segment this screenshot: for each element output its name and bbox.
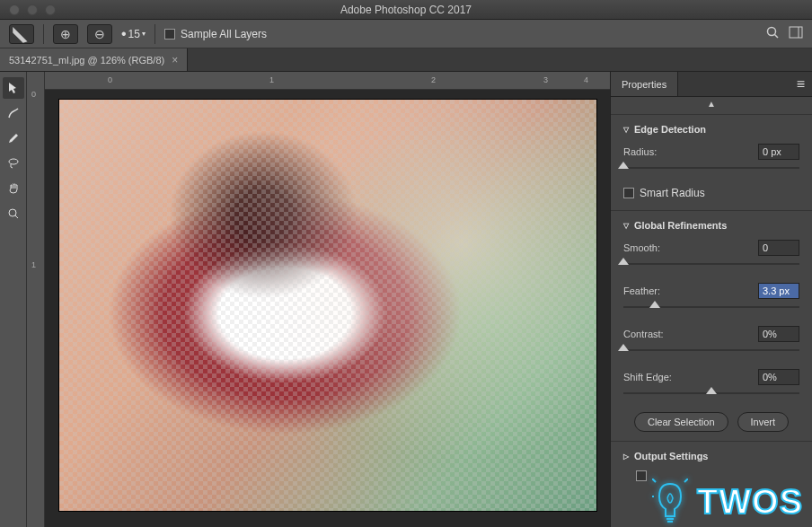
global-refinements-header[interactable]: ▽ Global Refinements — [623, 220, 799, 231]
smart-radius-checkbox[interactable]: Smart Radius — [623, 187, 799, 199]
ruler-tick: 4 — [584, 75, 588, 84]
contrast-slider[interactable] — [623, 346, 799, 358]
hand-tool[interactable] — [3, 178, 24, 199]
output-settings-header[interactable]: ▷ Output Settings — [623, 451, 799, 461]
smart-radius-input[interactable] — [623, 188, 634, 198]
brush-size-value: 15 — [128, 28, 140, 40]
slider-thumb[interactable] — [618, 162, 629, 169]
refine-edge-brush-tool[interactable] — [3, 102, 24, 124]
add-to-selection-button[interactable]: ⊕ — [53, 24, 78, 44]
ruler-horizontal[interactable]: 0 1 2 3 4 — [45, 72, 610, 90]
lightbulb-icon — [652, 479, 688, 525]
svg-line-1 — [775, 34, 779, 38]
chevron-down-icon: ▽ — [623, 126, 629, 134]
invert-button[interactable]: Invert — [737, 412, 790, 432]
slider-thumb[interactable] — [618, 258, 629, 265]
refinement-buttons: Clear Selection Invert — [623, 412, 799, 432]
transparency-overlay — [59, 100, 596, 511]
properties-panel: Properties ≡ ▲ ▽ Edge Detection Radius: … — [610, 72, 812, 527]
sample-all-layers-input[interactable] — [164, 29, 175, 40]
radius-label: Radius: — [623, 146, 657, 157]
output-settings-section: ▷ Output Settings — [611, 441, 812, 481]
output-option-input[interactable] — [636, 470, 647, 481]
contrast-row: Contrast: — [623, 326, 799, 342]
feather-row: Feather: — [623, 283, 799, 299]
document-image — [58, 99, 597, 512]
ruler-tick: 0 — [31, 90, 36, 99]
shift-edge-label: Shift Edge: — [623, 372, 672, 382]
lasso-tool[interactable] — [3, 153, 24, 174]
smooth-input[interactable] — [758, 240, 799, 256]
panel-collapse-up-icon[interactable]: ▲ — [611, 97, 812, 114]
slider-track — [623, 349, 799, 351]
app-title: Adobe Photoshop CC 2017 — [0, 4, 812, 16]
contrast-label: Contrast: — [623, 329, 664, 339]
svg-point-4 — [9, 159, 18, 164]
close-tab-icon[interactable]: × — [172, 54, 178, 66]
svg-line-7 — [652, 479, 656, 482]
watermark-text: TWOS — [697, 483, 803, 522]
chevron-right-icon: ▷ — [623, 452, 629, 461]
image-content[interactable] — [45, 90, 610, 527]
ruler-tick: 3 — [543, 75, 548, 84]
shift-edge-slider[interactable] — [623, 389, 799, 401]
watermark: TWOS — [652, 479, 803, 525]
svg-point-5 — [9, 209, 16, 216]
section-title: Global Refinements — [634, 220, 727, 231]
clear-selection-button[interactable]: Clear Selection — [634, 412, 728, 432]
feather-slider[interactable] — [623, 303, 799, 315]
svg-point-0 — [768, 27, 776, 35]
panel-menu-icon[interactable]: ≡ — [790, 76, 812, 92]
document-tab-label: 53142751_ml.jpg @ 126% (RGB/8) — [9, 55, 164, 66]
edge-detection-section: ▽ Edge Detection Radius: Smart Radius — [611, 114, 812, 210]
section-title: Output Settings — [634, 451, 709, 461]
titlebar: Adobe Photoshop CC 2017 — [0, 0, 812, 20]
shift-edge-input[interactable] — [758, 369, 799, 385]
smooth-label: Smooth: — [623, 242, 660, 253]
divider — [154, 24, 155, 44]
document-tab[interactable]: 53142751_ml.jpg @ 126% (RGB/8) × — [0, 48, 188, 71]
slider-thumb[interactable] — [618, 344, 629, 351]
ruler-tick: 0 — [108, 75, 112, 84]
ruler-tick: 1 — [269, 75, 274, 84]
chevron-down-icon: ▽ — [623, 222, 629, 230]
slider-track — [623, 167, 799, 169]
slider-thumb[interactable] — [706, 387, 717, 394]
search-icon[interactable] — [765, 25, 780, 43]
tools-panel — [0, 72, 27, 527]
ruler-vertical[interactable]: 0 1 — [27, 72, 45, 527]
divider — [43, 24, 44, 44]
edge-detection-header[interactable]: ▽ Edge Detection — [623, 124, 799, 135]
sample-all-layers-label: Sample All Layers — [181, 28, 267, 40]
smooth-slider[interactable] — [623, 259, 799, 272]
canvas[interactable] — [45, 90, 610, 527]
workspace-icon[interactable] — [789, 25, 803, 43]
main-area: 0 1 0 1 2 3 4 Properties ≡ ▲ ▽ — [0, 72, 812, 527]
document-tabs: 53142751_ml.jpg @ 126% (RGB/8) × — [0, 48, 812, 72]
svg-rect-2 — [790, 27, 802, 38]
ruler-tick: 1 — [31, 260, 36, 269]
radius-input[interactable] — [758, 144, 799, 160]
ruler-tick: 2 — [431, 75, 436, 84]
contrast-input[interactable] — [758, 326, 799, 342]
radius-slider[interactable] — [623, 163, 799, 176]
canvas-area: 0 1 0 1 2 3 4 — [27, 72, 610, 527]
tool-preset-picker[interactable] — [9, 24, 34, 44]
feather-input[interactable] — [758, 283, 799, 299]
quick-select-tool[interactable] — [3, 77, 24, 99]
smart-radius-label: Smart Radius — [640, 187, 705, 199]
slider-thumb[interactable] — [649, 301, 660, 308]
zoom-tool[interactable] — [3, 203, 24, 224]
brush-tool[interactable] — [3, 127, 24, 149]
svg-line-6 — [15, 215, 18, 218]
slider-track — [623, 263, 799, 265]
radius-row: Radius: — [623, 144, 799, 160]
smooth-row: Smooth: — [623, 240, 799, 256]
subtract-from-selection-button[interactable]: ⊖ — [87, 24, 112, 44]
global-refinements-section: ▽ Global Refinements Smooth: Feather: Co… — [611, 210, 812, 441]
sample-all-layers-checkbox[interactable]: Sample All Layers — [164, 28, 267, 40]
properties-tab[interactable]: Properties — [611, 72, 678, 96]
shift-edge-row: Shift Edge: — [623, 369, 799, 385]
brush-size-display[interactable]: • 15 ▾ — [121, 26, 146, 42]
options-bar: ⊕ ⊖ • 15 ▾ Sample All Layers — [0, 20, 812, 48]
